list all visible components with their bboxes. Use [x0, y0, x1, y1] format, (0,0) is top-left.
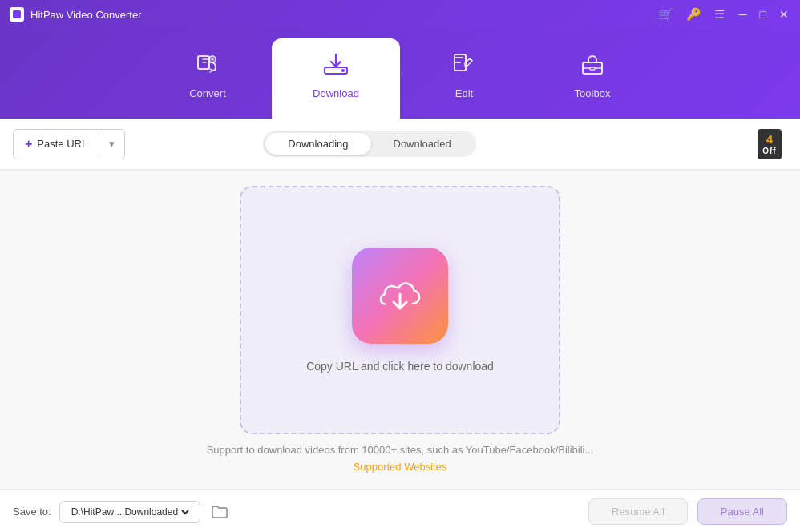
tab-switcher: Downloading Downloaded: [263, 131, 475, 157]
toolbox-icon: [580, 51, 605, 83]
close-button[interactable]: ✕: [778, 6, 790, 22]
footer: Save to: D:\HitPaw ...Downloaded Resume …: [0, 489, 800, 532]
nav-item-edit[interactable]: Edit: [400, 38, 528, 119]
menu-icon[interactable]: ☰: [714, 7, 725, 22]
save-to-label: Save to:: [13, 506, 51, 518]
promo-badge[interactable]: 4 Off: [758, 129, 781, 159]
main-content: Copy URL and click here to download Supp…: [0, 170, 800, 489]
paste-url-main[interactable]: + Paste URL: [14, 130, 99, 159]
app-logo: [10, 7, 24, 22]
nav-item-download[interactable]: Download: [272, 38, 400, 119]
promo-badge-container: 4 Off: [752, 127, 787, 162]
nav-label-download: Download: [313, 87, 359, 99]
save-path-dropdown[interactable]: D:\HitPaw ...Downloaded: [68, 506, 192, 518]
tab-downloaded[interactable]: Downloaded: [371, 133, 474, 155]
toolbar: + Paste URL ▾ Downloading Downloaded 4 O…: [0, 119, 800, 170]
window-controls: ─ □ ✕: [737, 6, 790, 22]
paste-url-button[interactable]: + Paste URL ▾: [13, 129, 125, 159]
save-path-select[interactable]: D:\HitPaw ...Downloaded: [59, 501, 200, 523]
tab-downloading[interactable]: Downloading: [265, 133, 370, 155]
minimize-button[interactable]: ─: [737, 6, 749, 22]
key-icon[interactable]: 🔑: [686, 7, 701, 22]
title-bar-right: 🛒 🔑 ☰ ─ □ ✕: [658, 6, 790, 22]
drop-zone[interactable]: Copy URL and click here to download: [240, 186, 560, 434]
open-folder-button[interactable]: [208, 501, 231, 523]
paste-url-plus-icon: +: [25, 137, 32, 151]
paste-url-dropdown[interactable]: ▾: [99, 130, 124, 159]
title-bar: HitPaw Video Converter 🛒 🔑 ☰ ─ □ ✕: [0, 0, 800, 29]
paste-url-label: Paste URL: [37, 138, 87, 150]
promo-number: 4: [762, 132, 776, 147]
maximize-button[interactable]: □: [758, 6, 768, 22]
cart-icon[interactable]: 🛒: [658, 7, 673, 22]
drop-zone-text: Copy URL and click here to download: [306, 360, 494, 373]
download-icon-wrapper: [352, 248, 448, 344]
convert-icon: [195, 51, 220, 83]
nav-bar: Convert Download Edit: [0, 29, 800, 119]
nav-label-toolbox: Toolbox: [575, 87, 611, 99]
nav-item-convert[interactable]: Convert: [143, 38, 272, 119]
support-text: Support to download videos from 10000+ s…: [207, 444, 594, 456]
footer-buttons: Resume All Pause All: [588, 498, 787, 525]
edit-icon: [451, 51, 477, 83]
chevron-down-icon: ▾: [109, 138, 115, 150]
supported-websites-link[interactable]: Supported Websites: [354, 461, 447, 473]
download-icon: [323, 51, 349, 83]
svg-point-3: [341, 69, 345, 72]
app-title: HitPaw Video Converter: [30, 9, 142, 21]
title-bar-left: HitPaw Video Converter: [10, 7, 142, 22]
nav-label-edit: Edit: [455, 87, 473, 99]
nav-item-toolbox[interactable]: Toolbox: [528, 38, 657, 119]
resume-all-button[interactable]: Resume All: [588, 498, 688, 525]
save-to-section: Save to: D:\HitPaw ...Downloaded: [13, 501, 231, 523]
cloud-download-icon: [374, 270, 426, 321]
pause-all-button[interactable]: Pause All: [697, 498, 787, 525]
nav-label-convert: Convert: [189, 87, 226, 99]
promo-text: Off: [762, 147, 776, 156]
svg-rect-6: [590, 67, 595, 70]
